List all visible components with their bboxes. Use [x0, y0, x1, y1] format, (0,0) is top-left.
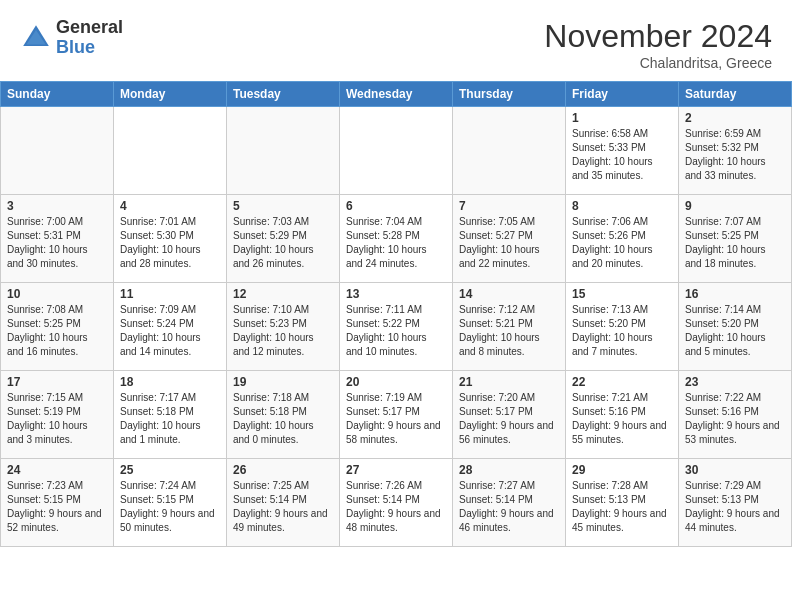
day-number: 14 — [459, 287, 559, 301]
calendar-day: 28Sunrise: 7:27 AM Sunset: 5:14 PM Dayli… — [453, 459, 566, 547]
calendar-day: 23Sunrise: 7:22 AM Sunset: 5:16 PM Dayli… — [679, 371, 792, 459]
calendar-week-row-1: 1Sunrise: 6:58 AM Sunset: 5:33 PM Daylig… — [1, 107, 792, 195]
day-info: Sunrise: 6:59 AM Sunset: 5:32 PM Dayligh… — [685, 127, 785, 183]
calendar-header-monday: Monday — [114, 82, 227, 107]
calendar-day: 5Sunrise: 7:03 AM Sunset: 5:29 PM Daylig… — [227, 195, 340, 283]
calendar-day: 9Sunrise: 7:07 AM Sunset: 5:25 PM Daylig… — [679, 195, 792, 283]
calendar-day — [340, 107, 453, 195]
day-number: 19 — [233, 375, 333, 389]
day-info: Sunrise: 7:24 AM Sunset: 5:15 PM Dayligh… — [120, 479, 220, 535]
calendar-day: 15Sunrise: 7:13 AM Sunset: 5:20 PM Dayli… — [566, 283, 679, 371]
day-number: 9 — [685, 199, 785, 213]
calendar-day: 12Sunrise: 7:10 AM Sunset: 5:23 PM Dayli… — [227, 283, 340, 371]
day-number: 11 — [120, 287, 220, 301]
calendar-day: 3Sunrise: 7:00 AM Sunset: 5:31 PM Daylig… — [1, 195, 114, 283]
day-number: 7 — [459, 199, 559, 213]
calendar-day: 2Sunrise: 6:59 AM Sunset: 5:32 PM Daylig… — [679, 107, 792, 195]
day-info: Sunrise: 7:11 AM Sunset: 5:22 PM Dayligh… — [346, 303, 446, 359]
day-number: 28 — [459, 463, 559, 477]
day-info: Sunrise: 7:20 AM Sunset: 5:17 PM Dayligh… — [459, 391, 559, 447]
day-number: 30 — [685, 463, 785, 477]
calendar-day: 4Sunrise: 7:01 AM Sunset: 5:30 PM Daylig… — [114, 195, 227, 283]
calendar-day: 1Sunrise: 6:58 AM Sunset: 5:33 PM Daylig… — [566, 107, 679, 195]
day-info: Sunrise: 7:05 AM Sunset: 5:27 PM Dayligh… — [459, 215, 559, 271]
day-number: 27 — [346, 463, 446, 477]
logo: General Blue — [20, 18, 123, 58]
calendar-day: 14Sunrise: 7:12 AM Sunset: 5:21 PM Dayli… — [453, 283, 566, 371]
day-info: Sunrise: 7:14 AM Sunset: 5:20 PM Dayligh… — [685, 303, 785, 359]
logo-icon — [20, 22, 52, 54]
calendar-day: 30Sunrise: 7:29 AM Sunset: 5:13 PM Dayli… — [679, 459, 792, 547]
day-info: Sunrise: 7:26 AM Sunset: 5:14 PM Dayligh… — [346, 479, 446, 535]
calendar-day: 29Sunrise: 7:28 AM Sunset: 5:13 PM Dayli… — [566, 459, 679, 547]
day-number: 8 — [572, 199, 672, 213]
day-info: Sunrise: 7:19 AM Sunset: 5:17 PM Dayligh… — [346, 391, 446, 447]
calendar-header-sunday: Sunday — [1, 82, 114, 107]
day-info: Sunrise: 7:28 AM Sunset: 5:13 PM Dayligh… — [572, 479, 672, 535]
title-block: November 2024 Chalandritsa, Greece — [544, 18, 772, 71]
day-info: Sunrise: 6:58 AM Sunset: 5:33 PM Dayligh… — [572, 127, 672, 183]
calendar-week-row-5: 24Sunrise: 7:23 AM Sunset: 5:15 PM Dayli… — [1, 459, 792, 547]
day-info: Sunrise: 7:08 AM Sunset: 5:25 PM Dayligh… — [7, 303, 107, 359]
calendar-day: 27Sunrise: 7:26 AM Sunset: 5:14 PM Dayli… — [340, 459, 453, 547]
calendar-table: SundayMondayTuesdayWednesdayThursdayFrid… — [0, 81, 792, 547]
day-info: Sunrise: 7:21 AM Sunset: 5:16 PM Dayligh… — [572, 391, 672, 447]
calendar-day — [1, 107, 114, 195]
day-number: 6 — [346, 199, 446, 213]
calendar-header-wednesday: Wednesday — [340, 82, 453, 107]
month-title: November 2024 — [544, 18, 772, 55]
day-number: 25 — [120, 463, 220, 477]
calendar-header-thursday: Thursday — [453, 82, 566, 107]
calendar-week-row-3: 10Sunrise: 7:08 AM Sunset: 5:25 PM Dayli… — [1, 283, 792, 371]
day-info: Sunrise: 7:22 AM Sunset: 5:16 PM Dayligh… — [685, 391, 785, 447]
calendar-day: 11Sunrise: 7:09 AM Sunset: 5:24 PM Dayli… — [114, 283, 227, 371]
calendar-day: 21Sunrise: 7:20 AM Sunset: 5:17 PM Dayli… — [453, 371, 566, 459]
calendar-day: 20Sunrise: 7:19 AM Sunset: 5:17 PM Dayli… — [340, 371, 453, 459]
day-info: Sunrise: 7:27 AM Sunset: 5:14 PM Dayligh… — [459, 479, 559, 535]
day-info: Sunrise: 7:09 AM Sunset: 5:24 PM Dayligh… — [120, 303, 220, 359]
calendar-day: 25Sunrise: 7:24 AM Sunset: 5:15 PM Dayli… — [114, 459, 227, 547]
day-info: Sunrise: 7:00 AM Sunset: 5:31 PM Dayligh… — [7, 215, 107, 271]
day-info: Sunrise: 7:17 AM Sunset: 5:18 PM Dayligh… — [120, 391, 220, 447]
day-info: Sunrise: 7:29 AM Sunset: 5:13 PM Dayligh… — [685, 479, 785, 535]
calendar-header-saturday: Saturday — [679, 82, 792, 107]
calendar-day: 16Sunrise: 7:14 AM Sunset: 5:20 PM Dayli… — [679, 283, 792, 371]
day-info: Sunrise: 7:07 AM Sunset: 5:25 PM Dayligh… — [685, 215, 785, 271]
calendar-day: 26Sunrise: 7:25 AM Sunset: 5:14 PM Dayli… — [227, 459, 340, 547]
calendar-day: 10Sunrise: 7:08 AM Sunset: 5:25 PM Dayli… — [1, 283, 114, 371]
calendar-day: 8Sunrise: 7:06 AM Sunset: 5:26 PM Daylig… — [566, 195, 679, 283]
day-number: 4 — [120, 199, 220, 213]
calendar-day — [453, 107, 566, 195]
calendar-day: 18Sunrise: 7:17 AM Sunset: 5:18 PM Dayli… — [114, 371, 227, 459]
day-info: Sunrise: 7:25 AM Sunset: 5:14 PM Dayligh… — [233, 479, 333, 535]
calendar-day: 22Sunrise: 7:21 AM Sunset: 5:16 PM Dayli… — [566, 371, 679, 459]
page-header: General Blue November 2024 Chalandritsa,… — [0, 0, 792, 81]
day-info: Sunrise: 7:01 AM Sunset: 5:30 PM Dayligh… — [120, 215, 220, 271]
day-info: Sunrise: 7:03 AM Sunset: 5:29 PM Dayligh… — [233, 215, 333, 271]
calendar-header-tuesday: Tuesday — [227, 82, 340, 107]
day-info: Sunrise: 7:06 AM Sunset: 5:26 PM Dayligh… — [572, 215, 672, 271]
day-number: 21 — [459, 375, 559, 389]
day-info: Sunrise: 7:18 AM Sunset: 5:18 PM Dayligh… — [233, 391, 333, 447]
day-info: Sunrise: 7:12 AM Sunset: 5:21 PM Dayligh… — [459, 303, 559, 359]
day-number: 18 — [120, 375, 220, 389]
day-number: 24 — [7, 463, 107, 477]
day-number: 10 — [7, 287, 107, 301]
calendar-day — [114, 107, 227, 195]
calendar-day — [227, 107, 340, 195]
calendar-header-friday: Friday — [566, 82, 679, 107]
day-number: 23 — [685, 375, 785, 389]
day-number: 26 — [233, 463, 333, 477]
calendar-day: 7Sunrise: 7:05 AM Sunset: 5:27 PM Daylig… — [453, 195, 566, 283]
logo-blue-text: Blue — [56, 38, 123, 58]
day-number: 16 — [685, 287, 785, 301]
day-info: Sunrise: 7:13 AM Sunset: 5:20 PM Dayligh… — [572, 303, 672, 359]
day-info: Sunrise: 7:10 AM Sunset: 5:23 PM Dayligh… — [233, 303, 333, 359]
calendar-day: 13Sunrise: 7:11 AM Sunset: 5:22 PM Dayli… — [340, 283, 453, 371]
day-number: 3 — [7, 199, 107, 213]
day-info: Sunrise: 7:04 AM Sunset: 5:28 PM Dayligh… — [346, 215, 446, 271]
day-number: 15 — [572, 287, 672, 301]
day-number: 2 — [685, 111, 785, 125]
day-info: Sunrise: 7:23 AM Sunset: 5:15 PM Dayligh… — [7, 479, 107, 535]
day-number: 22 — [572, 375, 672, 389]
